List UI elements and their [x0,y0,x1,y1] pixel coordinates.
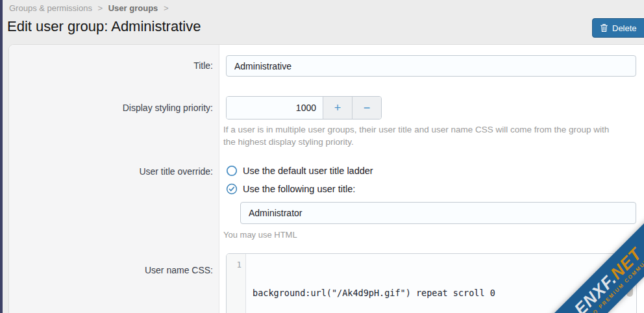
decrement-button[interactable]: − [352,97,381,119]
breadcrumb: Groups & permissions > User groups > [9,3,172,13]
breadcrumb-separator: > [98,3,103,13]
page-title: Edit user group: Administrative [7,18,201,35]
radio-option-label: Use the following user title: [243,184,355,194]
display-styling-priority-stepper: + − [226,96,382,119]
title-input[interactable] [226,55,636,77]
code-editor-gutter: 1 [227,254,246,313]
display-styling-priority-input[interactable] [227,97,323,119]
display-styling-priority-label: Display styling priority: [12,103,213,113]
edit-user-group-form: Title: Display styling priority: + − If … [8,44,644,313]
radio-option-default-title-ladder[interactable]: Use the default user title ladder [226,165,373,177]
delete-button[interactable]: Delete [592,18,644,38]
html-allowed-help: You may use HTML [223,229,483,241]
breadcrumb-user-groups[interactable]: User groups [108,3,158,13]
breadcrumb-separator: > [164,3,169,13]
user-title-override-label: User title override: [12,166,213,177]
radio-unchecked-icon [226,165,238,177]
radio-option-label: Use the default user title ladder [243,166,373,176]
increment-button[interactable]: + [323,97,352,119]
trash-icon [600,23,608,32]
radio-option-following-user-title[interactable]: Use the following user title: [226,183,355,195]
radio-checked-icon [226,183,238,195]
custom-user-title-input[interactable] [240,202,636,224]
delete-button-label: Delete [612,23,637,33]
page-left-accent-strip [0,0,3,313]
user-name-css-label: User name CSS: [12,265,213,275]
breadcrumb-groups-permissions[interactable]: Groups & permissions [9,3,92,13]
line-number: 1 [227,260,242,269]
title-label: Title: [12,60,213,71]
display-styling-priority-help: If a user is in multiple user groups, th… [223,123,621,148]
